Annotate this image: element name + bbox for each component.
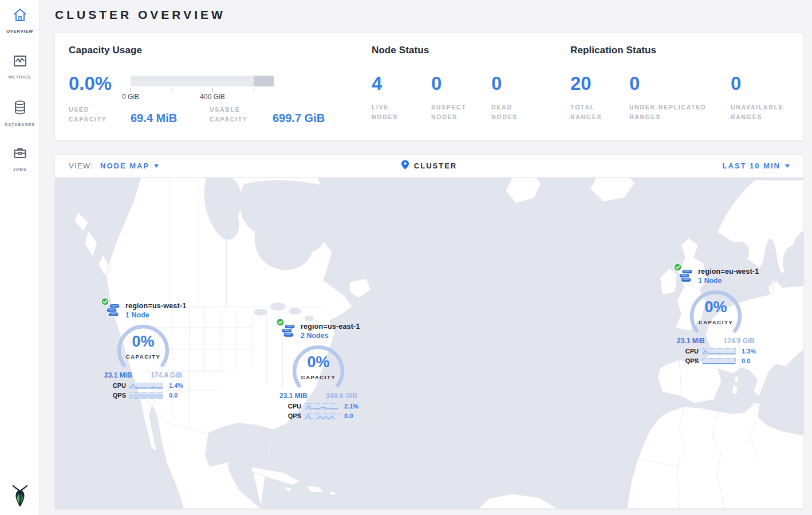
capacity-axis-tick [254, 88, 254, 92]
marker-region-label: region=eu-west-1 [698, 268, 759, 276]
main-content: CLUSTER OVERVIEW Capacity Usage 0.0% 0 G… [41, 0, 812, 515]
locality-database-icon [678, 269, 693, 286]
gauge-percent: 0% [685, 298, 746, 316]
marker-region-label: region=us-east-1 [301, 323, 360, 331]
capacity-gauge: 0% CAPACITY [685, 289, 746, 336]
capacity-bar-axis: 0 GiB400 GiB [131, 87, 274, 103]
jobs-icon [12, 145, 28, 163]
qps-sparkline [702, 358, 736, 364]
qps-value: 0.0 [342, 412, 357, 419]
node-status-title: Node Status [372, 45, 570, 56]
cpu-metric-row: CPU 2.1% [284, 403, 357, 410]
cpu-value: 1.4% [167, 382, 183, 389]
sidebar-item-jobs[interactable]: JOBS [0, 137, 40, 183]
view-bar: VIEW: NODE MAP CLUSTER LAST 10 MIN [55, 155, 803, 178]
node-map-marker[interactable]: region=us-west-1 1 Node 0% CAPACITY 23.1… [104, 300, 182, 399]
capacity-gauge: 0% CAPACITY [288, 344, 349, 391]
cpu-value: 1.3% [739, 348, 756, 355]
qps-value: 0.0 [739, 357, 755, 364]
marker-total-capacity: 349.8 GiB [326, 392, 357, 400]
node-map-panel: VIEW: NODE MAP CLUSTER LAST 10 MIN [54, 154, 804, 509]
usable-capacity-value: 699.7 GiB [273, 112, 325, 124]
suspect-nodes-stat: 0 SUSPECTNODES [431, 74, 491, 122]
cpu-sparkline [129, 383, 163, 389]
sidebar-item-label: DATABASES [5, 122, 35, 127]
qps-label: QPS [681, 357, 699, 364]
breadcrumb-cluster[interactable]: CLUSTER [414, 162, 457, 170]
view-label: VIEW: [69, 162, 93, 170]
cpu-label: CPU [284, 403, 301, 410]
marker-used-capacity: 23.1 MiB [104, 371, 132, 379]
map-pin-icon [401, 160, 409, 172]
marker-total-capacity: 174.9 GiB [723, 337, 755, 345]
marker-used-capacity: 23.1 MiB [279, 392, 308, 400]
sidebar-item-label: METRICS [9, 74, 31, 80]
view-selector-dropdown[interactable]: NODE MAP [100, 162, 159, 170]
marker-node-count[interactable]: 1 Node [698, 277, 759, 285]
marker-total-capacity: 174.9 GiB [151, 371, 182, 379]
databases-icon [12, 99, 28, 119]
marker-used-capacity: 23.1 MiB [677, 337, 705, 345]
capacity-axis-tick [172, 88, 172, 92]
sidebar-item-label: OVERVIEW [6, 29, 33, 34]
capacity-axis-tick [131, 88, 131, 92]
qps-metric-row: QPS 0.0 [681, 357, 755, 364]
cpu-label: CPU [109, 382, 126, 389]
cockroachdb-logo [10, 484, 30, 510]
cpu-label: CPU [681, 348, 699, 355]
capacity-usage-title: Capacity Usage [69, 45, 372, 56]
home-icon [12, 7, 28, 25]
total-ranges-stat: 20 TOTALRANGES [570, 74, 629, 122]
capacity-axis-tick [212, 88, 213, 92]
locality-database-icon [105, 303, 121, 321]
qps-metric-row: QPS 0.0 [109, 392, 182, 399]
cluster-summary-panel: Capacity Usage 0.0% 0 GiB400 GiB USEDCAP… [54, 32, 804, 141]
marker-node-count[interactable]: 2 Nodes [301, 332, 360, 340]
metrics-icon [12, 53, 28, 71]
replication-status-section: Replication Status 20 TOTALRANGES 0 UNDE… [570, 45, 790, 127]
gauge-capacity-label: CAPACITY [685, 319, 746, 325]
capacity-percent: 0.0% [69, 74, 131, 103]
used-capacity-value: 69.4 MiB [131, 112, 210, 124]
usable-capacity-label: USABLECAPACITY [210, 105, 273, 124]
locality-database-icon [281, 324, 296, 341]
under-replicated-ranges-stat: 0 UNDER-REPLICATEDRANGES [629, 74, 731, 122]
gauge-percent: 0% [288, 353, 349, 371]
capacity-usage-section: Capacity Usage 0.0% 0 GiB400 GiB USEDCAP… [69, 45, 372, 127]
node-map-marker[interactable]: region=us-east-1 2 Nodes 0% CAPACITY 23.… [279, 321, 357, 419]
chevron-down-icon [154, 164, 159, 168]
qps-label: QPS [284, 412, 301, 419]
node-status-section: Node Status 4 LIVENODES 0 SUSPECTNODES 0… [372, 45, 570, 127]
qps-sparkline [129, 392, 163, 399]
time-range-dropdown[interactable]: LAST 10 MIN [723, 162, 790, 170]
qps-sparkline [305, 413, 338, 419]
cpu-sparkline [305, 403, 338, 410]
sidebar-item-overview[interactable]: OVERVIEW [0, 0, 40, 46]
qps-metric-row: QPS 0.0 [284, 412, 357, 419]
marker-region-label: region=us-west-1 [125, 302, 186, 310]
live-nodes-stat: 4 LIVENODES [372, 74, 431, 122]
capacity-gauge: 0% CAPACITY [113, 324, 174, 371]
gauge-capacity-label: CAPACITY [113, 353, 174, 360]
qps-value: 0.0 [167, 392, 182, 399]
sidebar: OVERVIEW METRICS DATABASES JOBS [0, 0, 40, 515]
capacity-axis-tick-label: 400 GiB [200, 93, 224, 101]
gauge-percent: 0% [113, 333, 174, 351]
cpu-metric-row: CPU 1.4% [109, 382, 182, 389]
page-title: CLUSTER OVERVIEW [55, 8, 804, 22]
capacity-axis-tick-label: 0 GiB [122, 93, 139, 101]
capacity-bar-unusable-segment [254, 76, 274, 87]
cpu-value: 2.1% [342, 403, 358, 410]
node-map-marker[interactable]: region=eu-west-1 1 Node 0% CAPACITY 23.1… [677, 266, 755, 364]
marker-node-count[interactable]: 1 Node [125, 311, 186, 319]
used-capacity-label: USEDCAPACITY [69, 105, 131, 124]
dead-nodes-stat: 0 DEADNODES [491, 74, 518, 122]
capacity-bar: 0 GiB400 GiB [131, 76, 274, 103]
chevron-down-icon [785, 164, 790, 168]
sidebar-item-databases[interactable]: DATABASES [0, 92, 40, 137]
sidebar-item-metrics[interactable]: METRICS [0, 46, 40, 92]
unavailable-ranges-stat: 0 UNAVAILABLERANGES [731, 74, 783, 122]
qps-label: QPS [109, 392, 126, 399]
sidebar-item-label: JOBS [13, 167, 27, 172]
replication-status-title: Replication Status [570, 45, 790, 56]
